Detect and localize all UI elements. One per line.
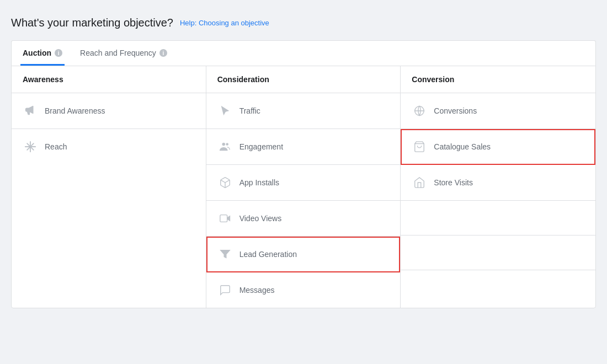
main-card: Awareness Consideration Conversion Brand…	[11, 66, 596, 308]
people-icon	[217, 139, 233, 154]
brand-awareness-label: Brand Awareness	[45, 106, 105, 115]
svg-rect-4	[220, 215, 227, 222]
traffic-option[interactable]: Traffic	[206, 93, 401, 129]
svg-point-2	[226, 143, 228, 146]
svg-point-0	[29, 146, 31, 148]
consideration-header: Consideration	[206, 66, 401, 93]
cursor-icon	[217, 103, 233, 119]
tab-auction[interactable]: Auction i	[20, 41, 65, 66]
store-visits-label: Store Visits	[434, 178, 473, 187]
box-icon	[217, 175, 233, 190]
empty-row-2	[401, 235, 595, 270]
columns-body: Brand Awareness Reach	[12, 93, 595, 308]
brand-awareness-option[interactable]: Brand Awareness	[12, 93, 206, 129]
store-visits-option[interactable]: Store Visits	[401, 165, 595, 201]
columns-header: Awareness Consideration Conversion	[12, 66, 595, 93]
conversions-option[interactable]: Conversions	[401, 93, 595, 129]
conversions-label: Conversions	[434, 106, 477, 115]
awareness-header: Awareness	[12, 66, 206, 93]
page-container: What's your marketing objective? Help: C…	[11, 17, 596, 308]
lead-generation-option[interactable]: Lead Generation	[206, 237, 401, 272]
app-installs-option[interactable]: App Installs	[206, 165, 401, 201]
app-installs-label: App Installs	[239, 178, 279, 187]
reach-frequency-info-icon[interactable]: i	[159, 49, 167, 57]
tab-reach-frequency-label: Reach and Frequency	[80, 49, 156, 57]
conversion-header: Conversion	[401, 66, 595, 93]
auction-info-icon[interactable]: i	[55, 49, 62, 57]
consideration-column: Traffic Engagement	[206, 93, 401, 308]
lead-generation-label: Lead Generation	[239, 250, 297, 259]
tabs-wrapper: Auction i Reach and Frequency i	[11, 40, 596, 66]
video-views-option[interactable]: Video Views	[206, 201, 401, 237]
engagement-label: Engagement	[239, 142, 283, 151]
engagement-option[interactable]: Engagement	[206, 129, 401, 165]
awareness-column: Brand Awareness Reach	[12, 93, 206, 308]
reach-option[interactable]: Reach	[12, 129, 206, 164]
snowflake-icon	[23, 139, 38, 154]
conversion-column: Conversions Catalogue Sales	[401, 93, 595, 308]
video-views-label: Video Views	[239, 214, 282, 223]
traffic-label: Traffic	[239, 106, 260, 115]
reach-label: Reach	[45, 142, 67, 151]
messages-label: Messages	[239, 286, 275, 295]
video-icon	[217, 211, 233, 226]
funnel-icon	[217, 247, 233, 262]
cart-icon	[412, 139, 427, 154]
empty-row-3	[401, 270, 595, 305]
chat-icon	[217, 282, 233, 298]
page-header: What's your marketing objective? Help: C…	[11, 17, 596, 29]
svg-point-1	[222, 143, 225, 146]
empty-row-1	[401, 201, 595, 235]
page-title: What's your marketing objective?	[11, 17, 173, 29]
megaphone-icon	[23, 103, 38, 119]
messages-option[interactable]: Messages	[206, 272, 401, 308]
help-link[interactable]: Help: Choosing an objective	[180, 19, 269, 27]
catalogue-sales-label: Catalogue Sales	[434, 142, 491, 151]
tab-reach-frequency[interactable]: Reach and Frequency i	[78, 41, 169, 66]
catalogue-sales-option[interactable]: Catalogue Sales	[401, 129, 595, 165]
store-icon	[412, 175, 427, 190]
globe-icon	[412, 103, 427, 119]
tab-auction-label: Auction	[23, 49, 51, 57]
